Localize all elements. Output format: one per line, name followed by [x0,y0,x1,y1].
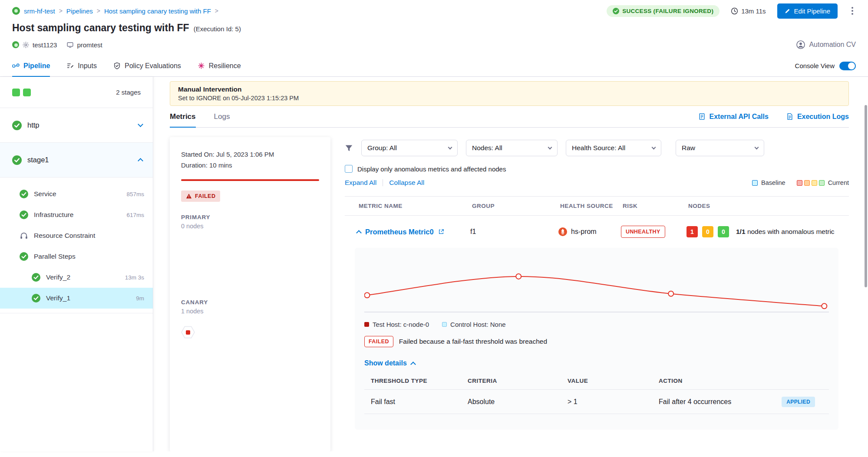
check-circle-icon [12,155,22,165]
check-circle-icon [32,273,40,282]
service-status-icon [12,41,19,48]
sidebar-stage-http[interactable]: http [0,108,153,143]
verification-status-badge: FAILED [181,191,220,202]
artifact-name[interactable]: promtest [77,41,102,49]
banner-title: Manual Intervention [178,85,841,93]
node-count-healthy: 0 [718,226,729,237]
triggered-by-name: Automation CV [809,41,856,49]
check-circle-icon [613,8,619,14]
stage-count: 2 stages [116,89,141,96]
resilience-icon [198,62,205,69]
baseline-swatch [752,180,758,186]
canary-node-hexagon[interactable] [181,326,195,339]
tab-inputs[interactable]: Inputs [66,55,97,76]
sidebar-step-resource-constraint[interactable]: Resource Constraint [0,225,153,246]
chevron-down-icon[interactable] [138,122,143,127]
sidebar-step-verify-2[interactable]: Verify_2 13m 3s [0,267,153,288]
current-label: Current [828,179,849,186]
col-metric-name: METRIC NAME [359,203,472,209]
col-criteria: CRITERIA [468,378,568,384]
external-api-calls-link[interactable]: External API Calls [698,113,769,121]
breadcrumb-pipeline-name[interactable]: Host sampling canary testing with FF [104,7,211,15]
prometheus-icon [558,227,567,236]
metric-table-row[interactable]: Prometheus Metric0 f1 hs-prom [345,216,849,248]
tab-policy-evaluations[interactable]: Policy Evaluations [113,55,181,76]
tab-pipeline[interactable]: Pipeline [12,55,50,76]
group-filter-select[interactable]: Group: All [361,140,458,156]
resource-constraint-icon [20,231,28,240]
metrics-logs-tab-bar: Metrics Logs External API Calls Executio… [170,106,849,128]
nodes-note: nodes with anomalous metric [747,228,835,235]
data-mode-select[interactable]: Raw [676,140,764,156]
page-header: srm-hf-test > Pipelines > Host sampling … [0,0,868,50]
test-host-swatch [364,322,369,327]
project-icon [12,7,20,15]
execution-stage-sidebar: 2 stages http stage1 [0,77,153,451]
sidebar-step-verify-1[interactable]: Verify_1 9m [0,288,153,309]
chevron-up-icon [410,362,416,367]
check-circle-icon [32,294,40,302]
verification-summary-card: Started On: Jul 5, 2023 1:06 PM Duration… [170,137,330,451]
threshold-value: > 1 [568,398,659,406]
tab-logs[interactable]: Logs [214,106,230,127]
sidebar-step-parallel-steps[interactable]: Parallel Steps [0,246,153,267]
tab-resilience[interactable]: Resilience [198,55,241,76]
control-host-swatch [442,322,447,327]
external-link-icon[interactable] [438,229,444,235]
step-duration: 9m [136,295,144,302]
stages-summary: 2 stages [0,77,153,108]
execution-logs-icon [786,113,793,120]
col-action: ACTION [659,378,829,384]
filter-icon[interactable] [345,144,353,152]
service-name[interactable]: test1123 [33,41,57,49]
risk-badge: UNHEALTHY [621,226,665,238]
expand-all-link[interactable]: Expand All [345,179,376,187]
pipeline-execution-page: srm-hf-test > Pipelines > Host sampling … [0,0,868,457]
applied-badge: APPLIED [782,397,815,407]
inputs-icon [66,62,74,69]
col-value: VALUE [568,378,659,384]
service-ref: test1123 [12,41,57,49]
external-api-icon [698,113,706,120]
check-circle-icon [12,121,22,130]
threshold-action: Fail after 4 occurrences [659,398,731,406]
baseline-label: Baseline [761,179,785,186]
pipeline-icon [12,62,20,69]
tab-metrics[interactable]: Metrics [170,106,196,127]
edit-pipeline-button[interactable]: Edit Pipeline [777,3,838,19]
gear-icon [22,41,30,49]
collapse-row-icon[interactable] [356,230,362,236]
check-circle-icon [20,210,28,219]
show-details-link[interactable]: Show details [364,359,829,367]
execution-logs-link[interactable]: Execution Logs [786,113,849,121]
page-scrollbar[interactable] [865,105,867,287]
verification-duration: Duration: 10 mins [181,160,319,171]
sidebar-step-infrastructure[interactable]: Infrastructure 617ms [0,204,153,225]
breadcrumb-project[interactable]: srm-hf-test [24,7,55,15]
node-status-dot [186,330,190,335]
more-options-icon[interactable] [849,5,856,16]
failure-message: Failed because a fail-fast threshold was… [399,338,547,345]
anomalous-only-label: Display only anomalous metrics and affec… [357,165,506,173]
chevron-up-icon[interactable] [138,158,143,164]
primary-node-count: 0 nodes [181,223,319,230]
nodes-filter-select[interactable]: Nodes: All [466,140,558,156]
console-view-toggle[interactable] [839,62,856,70]
metric-name-link[interactable]: Prometheus Metric0 [365,228,434,236]
chevron-down-icon [548,145,552,149]
chart-color-legend: Baseline Current [752,179,849,186]
breadcrumb-pipelines[interactable]: Pipelines [66,7,93,15]
metric-detail-panel: Test Host: c-node-0 Control Host: None F… [355,248,838,430]
step-duration: 617ms [126,212,144,218]
breadcrumb-separator: > [215,7,218,14]
sidebar-step-service[interactable]: Service 857ms [0,184,153,204]
artifact-ref: promtest [66,41,102,49]
sidebar-stage-stage1[interactable]: stage1 [0,143,153,178]
triggered-by: Automation CV [796,40,856,49]
anomalous-only-checkbox[interactable] [345,165,353,173]
step-duration: 13m 3s [125,274,144,281]
collapse-all-link[interactable]: Collapse All [389,179,424,187]
canary-node-count: 1 nodes [181,308,319,315]
step-details-panel: Manual Intervention Set to IGNORE on 05-… [153,77,868,451]
health-source-filter-select[interactable]: Health Source: All [566,140,661,156]
